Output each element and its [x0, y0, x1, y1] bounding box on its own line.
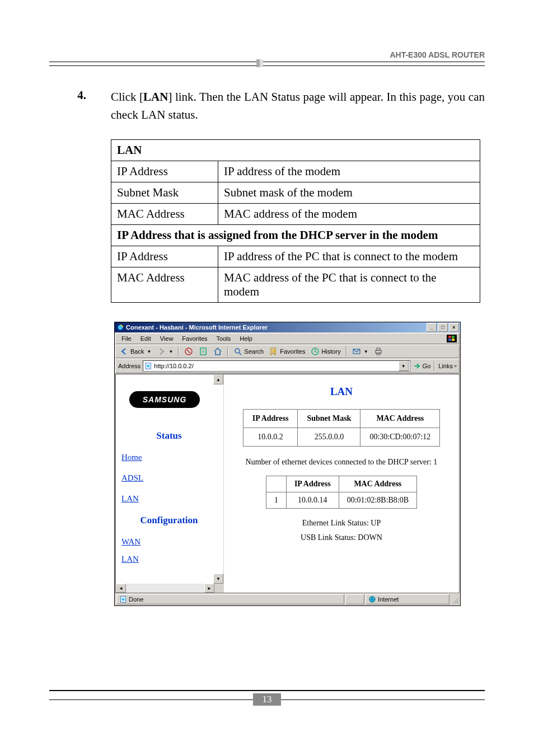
address-label: Address	[118, 363, 140, 369]
menu-help[interactable]: Help	[236, 335, 256, 342]
sidebar-pane: ▲ SAMSUNG Status Home ADSL LAN Configura…	[116, 374, 224, 593]
resize-grip[interactable]	[451, 595, 458, 604]
samsung-logo: SAMSUNG	[129, 391, 200, 408]
eth-link-status: Ethernet Link Status: UP	[235, 519, 448, 528]
svg-point-14	[147, 364, 150, 367]
close-button[interactable]: ×	[449, 323, 459, 332]
menu-view[interactable]: View	[157, 335, 177, 342]
menu-file[interactable]: File	[118, 335, 135, 342]
go-icon	[413, 361, 421, 370]
header-divider	[49, 62, 485, 66]
go-button[interactable]: Go	[413, 361, 431, 370]
history-button[interactable]: History	[309, 346, 342, 356]
scroll-down-button[interactable]: ▼	[213, 574, 223, 584]
page-footer: 13	[49, 690, 485, 706]
window-title: Conexant - Hasbani - Microsoft Internet …	[126, 324, 427, 331]
back-arrow-icon	[120, 347, 129, 356]
menu-edit[interactable]: Edit	[137, 335, 154, 342]
svg-rect-4	[452, 339, 455, 341]
home-icon	[213, 347, 222, 356]
mail-button[interactable]: ▼	[350, 346, 370, 356]
svg-rect-6	[200, 348, 206, 355]
stop-button[interactable]	[182, 346, 195, 356]
page-header-product: AHT-E300 ADSL ROUTER	[49, 50, 485, 59]
back-button[interactable]: Back▼	[118, 346, 153, 356]
svg-rect-12	[377, 353, 380, 355]
sidebar-link-adsl[interactable]: ADSL	[121, 473, 223, 483]
home-button[interactable]	[212, 346, 224, 356]
forward-button[interactable]: ▼	[155, 346, 175, 356]
toolbar: Back▼ ▼ Search Favorites	[115, 345, 460, 358]
page-number: 13	[253, 693, 281, 706]
forward-arrow-icon	[157, 347, 166, 356]
hscrollbar[interactable]: ◄►	[116, 584, 214, 593]
history-icon	[311, 347, 320, 356]
maximize-button[interactable]: □	[438, 323, 448, 332]
main-title: LAN	[235, 386, 448, 398]
search-icon	[233, 347, 242, 356]
done-page-icon	[119, 595, 127, 603]
svg-rect-10	[376, 350, 381, 353]
address-value: http://10.0.0.2/	[154, 363, 193, 369]
search-button[interactable]: Search	[232, 346, 265, 356]
usb-link-status: USB Link Status: DOWN	[235, 533, 448, 542]
svg-rect-3	[448, 339, 451, 341]
minimize-button[interactable]: _	[427, 323, 437, 332]
menu-favorites[interactable]: Favorites	[179, 335, 210, 342]
status-done-cell: Done	[116, 594, 344, 604]
internet-zone-icon	[368, 595, 376, 603]
desc-section-dhcp: IP Address that is assigned from the DHC…	[111, 225, 480, 246]
lan-table: IP Address Subnet Mask MAC Address 10.0.…	[243, 409, 441, 447]
content-area: ▲ SAMSUNG Status Home ADSL LAN Configura…	[115, 374, 460, 593]
address-dropdown[interactable]: ▼	[399, 361, 409, 371]
address-input[interactable]: http://10.0.0.2/ ▼	[143, 360, 410, 372]
svg-point-16	[121, 598, 124, 600]
ie-icon	[117, 324, 124, 331]
sidebar-link-wan[interactable]: WAN	[121, 537, 223, 547]
menubar: File Edit View Favorites Tools Help	[115, 333, 460, 344]
statusbar: Done Internet	[115, 594, 460, 605]
sidebar-heading-config: Configuration	[121, 515, 217, 526]
address-bar: Address http://10.0.0.2/ ▼ Go Links »	[115, 359, 460, 373]
stop-icon	[184, 347, 193, 356]
main-pane: LAN IP Address Subnet Mask MAC Address 1…	[224, 374, 459, 593]
links-button[interactable]: Links »	[438, 363, 457, 369]
svg-rect-1	[448, 336, 451, 338]
mail-icon	[352, 347, 361, 356]
favorites-icon	[269, 347, 278, 356]
titlebar[interactable]: Conexant - Hasbani - Microsoft Internet …	[115, 322, 460, 332]
status-zone-cell: Internet	[366, 594, 449, 604]
svg-point-7	[235, 349, 240, 353]
scroll-up-button[interactable]: ▲	[213, 374, 223, 384]
svg-rect-2	[452, 336, 455, 338]
sidebar-link-lan[interactable]: LAN	[121, 494, 223, 504]
refresh-icon	[199, 347, 208, 356]
sidebar-link-home[interactable]: Home	[121, 453, 223, 462]
desc-section-lan: LAN	[111, 140, 480, 161]
description-table: LAN IP AddressIP address of the modem Su…	[111, 139, 480, 303]
favorites-button[interactable]: Favorites	[268, 346, 307, 356]
dhcp-table: IP Address MAC Address 1 10.0.0.14 00:01…	[266, 476, 417, 509]
print-button[interactable]	[372, 346, 385, 356]
page-icon	[144, 362, 152, 370]
refresh-button[interactable]	[197, 346, 209, 356]
dhcp-count-text: Number of ethernet devices connected to …	[235, 458, 448, 467]
step-number: 4.	[49, 88, 111, 102]
step-text: Click [LAN] link. Then the LAN Status pa…	[111, 88, 485, 124]
menu-tools[interactable]: Tools	[213, 335, 235, 342]
browser-window: Conexant - Hasbani - Microsoft Internet …	[114, 322, 461, 606]
print-icon	[374, 347, 383, 356]
sidebar-link-lan2[interactable]: LAN	[121, 555, 223, 564]
windows-flag-icon	[447, 335, 457, 342]
sidebar-heading-status: Status	[121, 430, 217, 442]
